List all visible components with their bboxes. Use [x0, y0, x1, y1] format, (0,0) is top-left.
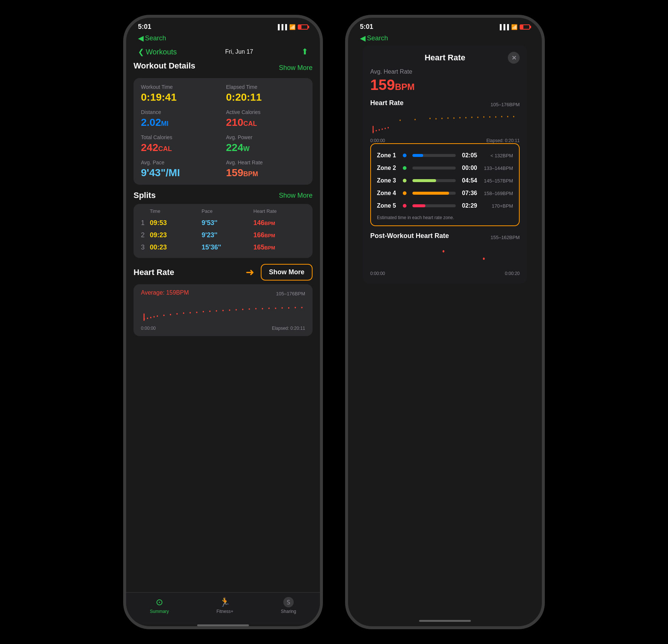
hr-chart-label: Heart Rate	[370, 99, 404, 107]
svg-point-39	[483, 116, 484, 118]
zone1-range: < 132BPM	[480, 153, 513, 158]
zone2-dot	[403, 166, 406, 170]
avg-hr-label: Average: 159BPM	[141, 289, 189, 296]
svg-point-32	[441, 118, 442, 119]
home-indicator-1	[197, 624, 249, 626]
battery-icon-2	[520, 24, 530, 30]
svg-point-17	[242, 309, 244, 310]
stat-avg-pace: Avg. Pace 9'43"/MI	[141, 160, 220, 179]
back-chevron-1: ◀	[138, 34, 144, 43]
splits-card: Time Pace Heart Rate 1 09:53 9'53'' 146B…	[134, 204, 313, 258]
svg-point-23	[281, 307, 283, 309]
stat-elapsed-time: Elapsed Time 0:20:11	[226, 84, 305, 103]
split-row-3: 3 00:23 15'36'' 165BPM	[141, 241, 305, 254]
svg-point-50	[388, 127, 389, 128]
splits-header-row: Time Pace Heart Rate	[141, 208, 305, 214]
split-row-1: 1 09:53 9'53'' 146BPM	[141, 217, 305, 229]
svg-point-34	[453, 117, 455, 119]
tab-sharing[interactable]: S Sharing	[281, 597, 296, 614]
svg-point-31	[435, 118, 436, 120]
svg-point-26	[301, 307, 303, 308]
tab-summary-label: Summary	[150, 609, 169, 614]
zone1-bar	[412, 154, 423, 157]
hr-chart-area	[141, 301, 305, 323]
svg-point-14	[222, 310, 224, 311]
svg-point-3	[153, 316, 155, 318]
split-row-2: 2 09:23 9'23'' 166BPM	[141, 229, 305, 241]
svg-point-11	[203, 311, 204, 312]
workout-details-title: Workout Details	[134, 61, 195, 71]
svg-point-22	[275, 308, 276, 309]
svg-point-4	[157, 315, 158, 317]
zone4-bar	[412, 192, 449, 195]
splits-title: Splits	[134, 191, 156, 200]
splits-show-more[interactable]: Show More	[279, 192, 313, 199]
stats-card: Workout Time 0:19:41 Elapsed Time 0:20:1…	[134, 78, 313, 185]
zone-row-1: Zone 1 02:05 < 132BPM	[377, 149, 513, 162]
status-icons-1: ▐▐▐ 📶	[276, 24, 308, 30]
svg-point-41	[495, 116, 496, 118]
svg-point-40	[489, 116, 490, 118]
zones-note: Estimated time in each heart rate zone.	[377, 215, 513, 220]
svg-point-38	[477, 117, 478, 118]
time-2: 5:01	[360, 23, 373, 31]
stat-distance: Distance 2.02MI	[141, 109, 220, 128]
post-time-labels: 0:00:00 0:00:20	[370, 271, 520, 276]
avg-hr-heading: Avg. Heart Rate	[370, 68, 520, 75]
svg-point-16	[236, 309, 237, 311]
svg-point-30	[429, 118, 431, 119]
arrow-icon: ➜	[246, 266, 254, 278]
svg-point-7	[176, 313, 178, 315]
zone-row-3: Zone 3 04:54 145–157BPM	[377, 174, 513, 187]
fitness-icon: 🏃	[219, 597, 230, 607]
nav-back-1[interactable]: ◀ Search	[126, 33, 320, 46]
svg-point-2	[150, 317, 152, 318]
heart-rate-modal: Heart Rate ✕ Avg. Heart Rate 159BPM Hear…	[363, 46, 527, 284]
zone1-time: 02:05	[459, 152, 480, 159]
close-button[interactable]: ✕	[508, 52, 520, 64]
svg-point-47	[379, 129, 380, 131]
tab-fitness-plus[interactable]: 🏃 Fitness+	[216, 597, 233, 614]
svg-point-18	[249, 308, 250, 310]
svg-point-53	[483, 258, 485, 260]
stat-avg-power: Avg. Power 224W	[226, 134, 305, 154]
zone2-range: 133–144BPM	[480, 165, 513, 171]
svg-point-21	[269, 308, 270, 309]
svg-point-42	[501, 116, 502, 117]
svg-point-12	[209, 311, 211, 312]
svg-point-8	[183, 312, 185, 314]
splits-header: Splits Show More	[134, 191, 313, 200]
svg-rect-51	[372, 126, 373, 133]
tab-fitness-label: Fitness+	[216, 609, 233, 614]
post-workout-range: 155–162BPM	[490, 235, 520, 240]
status-icons-2: ▐▐▐ 📶	[498, 24, 530, 30]
zone4-bar-container	[412, 192, 456, 195]
zone4-time: 07:36	[459, 190, 480, 197]
post-workout-section: Post-Workout Heart Rate 155–162BPM 0:00:…	[370, 232, 520, 276]
zone4-range: 158–169BPM	[480, 191, 513, 196]
zone-row-4: Zone 4 07:36 158–169BPM	[377, 187, 513, 199]
stats-grid: Workout Time 0:19:41 Elapsed Time 0:20:1…	[141, 84, 305, 179]
phone-2: 5:01 ▐▐▐ 📶 ◀ Search Heart Rate ✕ Avg. He…	[345, 15, 545, 629]
zones-card: Zone 1 02:05 < 132BPM Zone 2	[370, 143, 520, 226]
tab-summary[interactable]: ⊙ Summary	[150, 597, 169, 614]
sharing-icon: S	[283, 597, 294, 607]
svg-point-33	[447, 117, 448, 119]
svg-point-36	[465, 117, 466, 118]
workout-date: Fri, Jun 17	[225, 48, 253, 55]
hr-chart-2	[370, 113, 520, 135]
share-icon[interactable]: ⬆	[301, 47, 308, 57]
workouts-label: Workouts	[146, 48, 177, 56]
zone1-dot	[403, 154, 406, 157]
workout-details-show-more[interactable]: Show More	[279, 64, 313, 72]
svg-point-43	[507, 116, 508, 117]
back-chevron-2: ◀	[360, 34, 365, 43]
nav-back-2[interactable]: ◀ Search	[348, 33, 542, 46]
hr-chart-range: 105–176BPM	[490, 102, 520, 107]
svg-point-19	[255, 308, 257, 309]
heart-rate-show-more-btn[interactable]: Show More	[261, 264, 313, 281]
workouts-back-btn[interactable]: ❮ Workouts	[138, 47, 177, 56]
svg-point-29	[415, 119, 416, 120]
stat-avg-hr: Avg. Heart Rate 159BPM	[226, 160, 305, 179]
svg-point-9	[189, 312, 191, 313]
